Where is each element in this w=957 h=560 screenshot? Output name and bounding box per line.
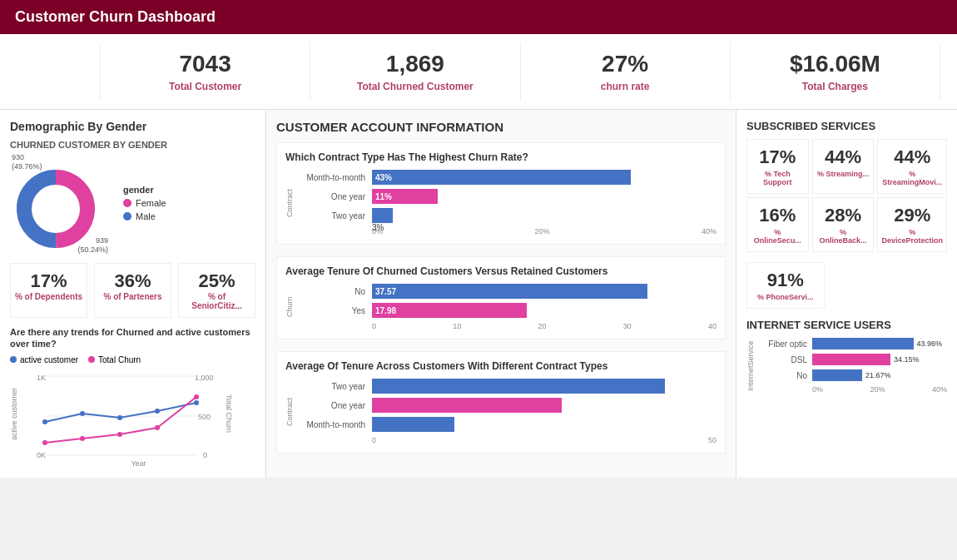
metric-partners-label: % of Parteners bbox=[98, 292, 167, 301]
internet-track-no: 21.67% bbox=[812, 369, 947, 381]
tenure-bars: No 37.57 Yes 17.98 bbox=[297, 284, 717, 330]
internet-fill-fiber bbox=[812, 338, 914, 349]
avg-label-mtm: Month-to-month bbox=[297, 420, 372, 429]
internet-label-fiber: Fiber optic bbox=[758, 339, 812, 349]
bar-value-two: 3% bbox=[372, 223, 384, 232]
active-label: active customer bbox=[20, 355, 78, 364]
bar-row-one: One year 11% bbox=[297, 189, 717, 204]
donut-legend: gender Female Male bbox=[123, 185, 166, 225]
trend-legend-active: active customer bbox=[10, 355, 78, 364]
avg-fill-one bbox=[372, 398, 562, 413]
service-smov-label: % StreamingMovi... bbox=[881, 170, 943, 186]
internet-chart-wrapper: InternetService Fiber optic 43.96% DSL 3… bbox=[746, 338, 947, 394]
left-section-title: Demographic By Gender bbox=[10, 120, 255, 133]
legend-female: Female bbox=[123, 198, 166, 208]
kpi-row: 7043 Total Customer 1,869 Total Churned … bbox=[0, 34, 957, 110]
service-backup-value: 28% bbox=[816, 205, 870, 226]
internet-axis: 0% 20% 40% bbox=[812, 385, 947, 394]
tenure-value-no: 37.57 bbox=[375, 287, 396, 296]
svg-point-15 bbox=[194, 400, 199, 405]
avg-tenure-bars: Two year One year Month-to-month bbox=[297, 379, 717, 444]
middle-section-title: CUSTOMER ACCOUNT INFORMATION bbox=[276, 120, 726, 134]
legend-female-label: Female bbox=[136, 198, 166, 208]
legend-male-label: Male bbox=[136, 211, 156, 221]
avg-fill-two bbox=[372, 379, 665, 394]
avg-axis: 0 50 bbox=[372, 436, 717, 444]
tenure-wrapper-yes: 17.98 bbox=[372, 303, 717, 318]
bar-fill-mtm: 43% bbox=[372, 170, 631, 185]
dashboard-title: Customer Churn Dashboard bbox=[15, 8, 216, 25]
donut-male-label: 939(50.24%) bbox=[77, 236, 108, 255]
internet-ylabel: InternetService bbox=[746, 338, 758, 394]
service-phone-value: 91% bbox=[757, 270, 814, 291]
svg-point-18 bbox=[117, 432, 122, 437]
svg-point-12 bbox=[80, 411, 85, 416]
internet-bars: Fiber optic 43.96% DSL 34.15% No bbox=[758, 338, 947, 394]
service-tech-label: % Tech Support bbox=[751, 170, 805, 186]
metric-boxes: 17% % of Dependents 36% % of Parteners 2… bbox=[10, 263, 255, 318]
bar-value-one: 11% bbox=[375, 192, 392, 201]
service-online-sec: 16% % OnlineSecu... bbox=[746, 197, 809, 252]
internet-fill-no bbox=[812, 369, 862, 381]
tenure-chart: Average Tenure Of Churned Customers Vers… bbox=[276, 256, 726, 339]
svg-point-16 bbox=[42, 440, 47, 445]
donut-female-label: 930(49.76%) bbox=[12, 153, 42, 171]
kpi-total-customer: 7043 Total Customer bbox=[100, 42, 310, 101]
service-sec-value: 16% bbox=[751, 205, 805, 226]
subscribed-title: SUBSCRIBED SERVICES bbox=[746, 120, 947, 132]
avg-label-one: One year bbox=[297, 401, 372, 410]
bar-wrapper-two: 3% bbox=[372, 208, 717, 223]
tenure-ylabel: Churn bbox=[285, 284, 297, 330]
service-streaming-tv: 44% % Streaming... bbox=[812, 139, 875, 194]
service-streaming-movies: 44% % StreamingMovi... bbox=[877, 139, 947, 194]
avg-tenure-body: Contract Two year One year bbox=[285, 379, 717, 444]
tenure-wrapper-no: 37.57 bbox=[372, 284, 717, 299]
avg-wrapper-mtm bbox=[372, 417, 717, 432]
trend-ylabel-right: Total Churn bbox=[221, 368, 233, 459]
churn-dot bbox=[88, 356, 95, 363]
bar-fill-one: 11% bbox=[372, 189, 438, 204]
svg-point-17 bbox=[80, 436, 85, 441]
metric-senior-label: % of SeniorCitiz... bbox=[182, 292, 251, 310]
kpi-total-customer-label: Total Customer bbox=[117, 81, 293, 92]
tenure-fill-no: 37.57 bbox=[372, 284, 647, 299]
service-online-backup: 28% % OnlineBack... bbox=[812, 197, 875, 252]
avg-bar-two: Two year bbox=[297, 379, 717, 394]
internet-track-fiber: 43.96% bbox=[812, 338, 947, 349]
service-device-label: % DeviceProtection bbox=[881, 228, 943, 245]
contract-bars: Month-to-month 43% One year 11% bbox=[297, 170, 717, 235]
trend-chart-wrapper: active customer 0K 1K 0 500 1,000 bbox=[10, 368, 255, 459]
active-dot bbox=[10, 356, 17, 363]
avg-tenure-ylabel: Contract bbox=[285, 379, 297, 444]
svg-point-13 bbox=[117, 415, 122, 420]
internet-pct-no: 21.67% bbox=[865, 371, 891, 379]
tenure-chart-title: Average Tenure Of Churned Customers Vers… bbox=[285, 265, 717, 277]
tenure-value-yes: 17.98 bbox=[375, 306, 396, 315]
svg-point-14 bbox=[155, 409, 160, 414]
svg-text:1K: 1K bbox=[37, 374, 46, 382]
avg-label-two: Two year bbox=[297, 382, 372, 391]
internet-bar-fiber: Fiber optic 43.96% bbox=[758, 338, 947, 349]
metric-senior: 25% % of SeniorCitiz... bbox=[178, 263, 255, 318]
bar-fill-two bbox=[372, 208, 393, 223]
donut-container: 930(49.76%) 939(50.24%) gender Female M bbox=[10, 155, 255, 255]
internet-label-no: No bbox=[758, 371, 812, 380]
main-content: Demographic By Gender CHURNED CUSTOMER B… bbox=[0, 110, 957, 478]
avg-bar-mtm: Month-to-month bbox=[297, 417, 717, 432]
bar-wrapper-mtm: 43% bbox=[372, 170, 717, 185]
trend-ylabel-left: active customer bbox=[10, 368, 22, 459]
service-tech-value: 17% bbox=[751, 146, 805, 168]
metric-senior-value: 25% bbox=[182, 270, 251, 292]
internet-label-dsl: DSL bbox=[758, 355, 812, 364]
metric-partners-value: 36% bbox=[98, 270, 167, 292]
internet-fill-dsl bbox=[812, 354, 890, 365]
avg-wrapper-two bbox=[372, 379, 717, 394]
service-phone: 91% % PhoneServi... bbox=[746, 262, 825, 309]
svg-point-19 bbox=[155, 425, 160, 430]
female-dot bbox=[123, 199, 131, 207]
internet-track-dsl: 34.15% bbox=[812, 354, 947, 365]
kpi-churned-label: Total Churned Customer bbox=[327, 81, 503, 92]
kpi-total-customer-value: 7043 bbox=[117, 51, 293, 77]
svg-point-11 bbox=[42, 419, 47, 424]
avg-tenure-title: Average Of Tenure Across Customers With … bbox=[285, 360, 717, 372]
